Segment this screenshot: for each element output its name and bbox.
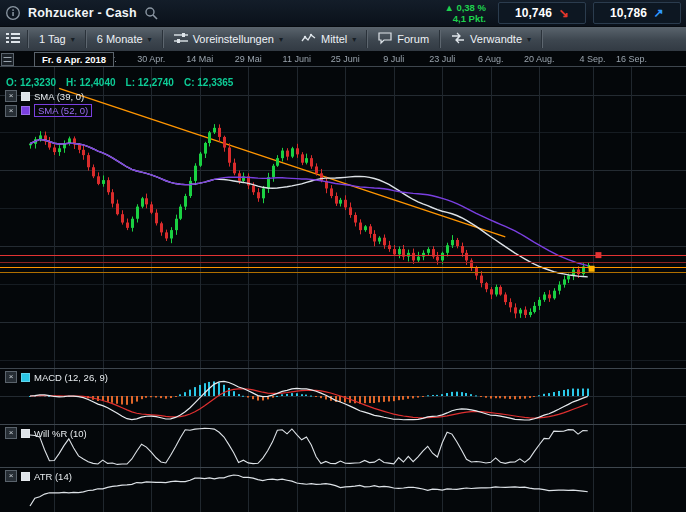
willr-indicator-label: × Will %R (10): [5, 427, 87, 439]
chevron-down-icon: ▾: [279, 35, 283, 44]
sell-direction-arrow-icon: ↘: [559, 7, 569, 19]
date-tick-label: 16 Sep.: [616, 54, 647, 64]
indicator-curve-icon: [301, 32, 316, 46]
speech-bubble-icon: [378, 32, 392, 47]
high-value: H: 12,4040: [66, 77, 116, 88]
buy-price: 10,786: [610, 6, 647, 20]
instrument-info-icon[interactable]: [5, 5, 21, 21]
buy-price-button[interactable]: 10,786 ↗: [593, 2, 681, 24]
date-tick-label: 14 Mai: [186, 54, 213, 64]
trading-app-window: Rohzucker - Cash ▲ 0,38 % 4,1 Pkt. 10,74…: [0, 0, 686, 512]
toolbar-separator: [541, 30, 543, 48]
ohlc-legend: O: 12,3230 H: 12,4040 L: 12,2740 C: 12,3…: [6, 77, 233, 88]
change-points: 4,1 Pkt.: [444, 13, 486, 24]
header: Rohzucker - Cash ▲ 0,38 % 4,1 Pkt. 10,74…: [0, 0, 686, 27]
chevron-down-icon: ▾: [527, 35, 531, 44]
low-value: L: 12,2740: [126, 77, 174, 88]
toolbar-separator: [162, 30, 164, 48]
close-value: C: 12,3365: [184, 77, 234, 88]
date-tick-label: 23 Juli: [429, 54, 455, 64]
sliders-icon: [174, 32, 188, 46]
chart-region: 16 Apr.30 Apr.14 Mai29 Mai11 Juni25 Juni…: [0, 51, 686, 512]
macd-label-text: MACD (12, 26, 9): [34, 372, 108, 383]
related-label: Verwandte: [470, 33, 522, 45]
sell-price-button[interactable]: 10,746 ↘: [498, 2, 586, 24]
date-tick-label: 4 Sep.: [580, 54, 606, 64]
timeframe-label: 1 Tag: [39, 33, 66, 45]
forum-button[interactable]: Forum: [369, 27, 438, 51]
timeframe-dropdown[interactable]: 1 Tag ▾: [30, 27, 84, 51]
willr-color-swatch: [21, 429, 30, 438]
sma39-color-swatch: [21, 92, 30, 101]
toolbar-separator: [85, 30, 87, 48]
macd-indicator-label: × MACD (12, 26, 9): [5, 371, 108, 383]
date-tick-label: 11 Juni: [283, 54, 311, 64]
toolbar-separator: [27, 30, 29, 48]
axis-settings-icon[interactable]: [1, 52, 14, 70]
atr-label-text: ATR (14): [34, 471, 72, 482]
sma52-label-text: SMA (52, 0): [34, 104, 92, 117]
date-tick-label: 20 Aug.: [524, 54, 555, 64]
date-tick-label: 9 Juli: [383, 54, 404, 64]
close-sma52-button[interactable]: ×: [5, 105, 17, 117]
toolbar-separator: [439, 30, 441, 48]
close-macd-button[interactable]: ×: [5, 371, 17, 383]
related-arrows-icon: [451, 32, 465, 46]
macd-color-swatch: [21, 373, 30, 382]
date-tick-label: 29 Mai: [235, 54, 262, 64]
close-atr-button[interactable]: ×: [5, 470, 17, 482]
chart-toolbar: 1 Tag ▾ 6 Monate ▾ Voreinstellungen ▾ Mi…: [0, 27, 686, 51]
sma52-color-swatch: [21, 106, 30, 115]
date-tick-label: 25 Juni: [331, 54, 360, 64]
forum-label: Forum: [397, 33, 429, 45]
close-sma39-button[interactable]: ×: [5, 90, 17, 102]
indicators-dropdown[interactable]: Mittel ▾: [292, 27, 365, 51]
chart-list-button[interactable]: [0, 27, 26, 51]
chevron-down-icon: ▾: [71, 35, 75, 44]
price-change-block: ▲ 0,38 % 4,1 Pkt.: [444, 2, 491, 25]
atr-color-swatch: [21, 472, 30, 481]
chevron-down-icon: ▾: [352, 35, 356, 44]
related-dropdown[interactable]: Verwandte ▾: [442, 27, 540, 51]
close-willr-button[interactable]: ×: [5, 427, 17, 439]
range-label: 6 Monate: [97, 33, 143, 45]
chart-canvas[interactable]: [0, 51, 686, 512]
change-percent: ▲ 0,38 %: [444, 2, 486, 13]
presets-dropdown[interactable]: Voreinstellungen ▾: [165, 27, 292, 51]
sma39-indicator-label: × SMA (39, 0): [5, 90, 84, 102]
instrument-title: Rohzucker - Cash: [28, 6, 137, 20]
willr-label-text: Will %R (10): [34, 428, 87, 439]
range-dropdown[interactable]: 6 Monate ▾: [88, 27, 161, 51]
sma39-label-text: SMA (39, 0): [34, 91, 84, 102]
date-tick-label: 30 Apr.: [137, 54, 165, 64]
presets-label: Voreinstellungen: [193, 33, 274, 45]
list-icon: [6, 32, 20, 46]
indicators-label: Mittel: [321, 33, 347, 45]
date-tooltip: Fr. 6 Apr. 2018: [34, 52, 114, 67]
date-tick-label: 6 Aug.: [478, 54, 504, 64]
buy-direction-arrow-icon: ↗: [654, 7, 664, 19]
open-value: O: 12,3230: [6, 77, 56, 88]
chevron-down-icon: ▾: [148, 35, 152, 44]
search-icon[interactable]: [144, 6, 158, 20]
sell-price: 10,746: [515, 6, 552, 20]
sma52-indicator-label: × SMA (52, 0): [5, 104, 92, 117]
atr-indicator-label: × ATR (14): [5, 470, 72, 482]
toolbar-separator: [366, 30, 368, 48]
